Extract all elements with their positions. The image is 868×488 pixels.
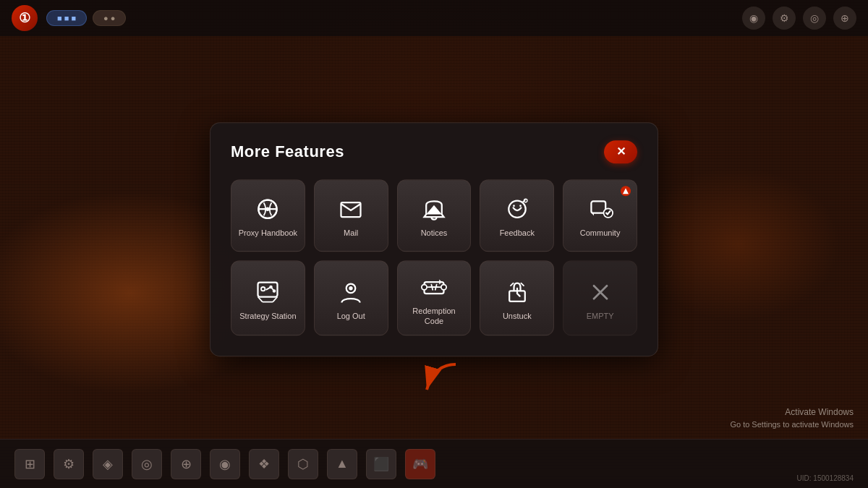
svg-point-23 <box>422 284 427 289</box>
modal-close-button[interactable]: ✕ <box>604 140 637 163</box>
taskbar-item-11[interactable]: 🎮 <box>405 449 435 479</box>
grid-item-proxy-handbook[interactable]: Proxy Handbook <box>231 179 305 252</box>
taskbar-icon-9: ▲ <box>327 449 357 479</box>
taskbar-icon-gear: ⚙ <box>54 449 84 479</box>
unstuck-icon <box>504 279 530 305</box>
modal-header: More Features ✕ <box>231 140 637 163</box>
taskbar-icon-7: ❖ <box>249 449 279 479</box>
logout-icon <box>338 279 364 305</box>
grid-item-unstuck[interactable]: Unstuck <box>480 260 554 336</box>
grid-item-redemption-code[interactable]: Redemption Code <box>397 260 472 336</box>
notification-badge <box>621 186 631 196</box>
grid-item-mail[interactable]: Mail <box>314 179 388 252</box>
taskbar-icon-10: ⬛ <box>366 449 396 479</box>
grid-label-unstuck: Unstuck <box>503 311 532 321</box>
svg-marker-25 <box>439 279 442 284</box>
taskbar-item-10[interactable]: ⬛ <box>366 449 396 479</box>
grid-item-strategy-station[interactable]: Strategy Station <box>231 260 305 336</box>
top-pill-2: ● ● <box>93 10 126 26</box>
top-bar-center: ■ ■ ■ ● ● <box>46 10 733 26</box>
top-logo: ① <box>12 5 38 31</box>
taskbar-item-4[interactable]: ◎ <box>132 449 162 479</box>
svg-point-16 <box>261 287 265 291</box>
taskbar-icon-4: ◎ <box>132 449 162 479</box>
taskbar-icon-5: ⊕ <box>171 449 201 479</box>
grid-label-feedback: Feedback <box>500 228 535 239</box>
windows-activate-notice: Activate Windows Go to Settings to activ… <box>730 406 854 431</box>
topbar-icon-1[interactable]: ◉ <box>742 7 765 30</box>
grid-label-mail: Mail <box>344 228 358 239</box>
strategy-icon <box>255 279 281 305</box>
proxy-icon <box>255 197 281 223</box>
svg-point-18 <box>273 289 276 293</box>
grid-label-notices: Notices <box>421 228 448 239</box>
uid-label: UID: 1500128834 <box>797 474 854 482</box>
topbar-icon-2[interactable]: ⚙ <box>773 7 796 30</box>
logo-text: ① <box>19 10 30 26</box>
svg-point-7 <box>519 205 522 207</box>
win-activate-title: Activate Windows <box>730 406 854 419</box>
grid-label-empty: EMPTY <box>587 311 614 321</box>
grid-item-community[interactable]: Community <box>563 179 637 252</box>
win-activate-subtitle: Go to Settings to activate Windows <box>730 419 854 431</box>
grid-label-redemption-code: Redemption Code <box>404 306 465 327</box>
svg-point-6 <box>513 205 515 207</box>
svg-line-27 <box>511 283 514 286</box>
taskbar-icon-11: 🎮 <box>405 449 435 479</box>
close-icon: ✕ <box>616 145 626 158</box>
svg-line-28 <box>521 283 524 286</box>
empty-icon <box>587 279 613 305</box>
grid-item-empty: EMPTY <box>563 260 637 336</box>
modal-title: More Features <box>231 142 344 161</box>
svg-point-20 <box>349 286 352 290</box>
topbar-icon-3[interactable]: ◎ <box>803 7 826 30</box>
svg-point-5 <box>509 201 525 218</box>
grid-item-notices[interactable]: Notices <box>397 179 472 252</box>
more-features-modal: More Features ✕ Proxy HandbookMailNotice… <box>210 122 658 357</box>
taskbar-item-8[interactable]: ⬡ <box>288 449 318 479</box>
taskbar-item-6[interactable]: ◉ <box>210 449 240 479</box>
grid-item-feedback[interactable]: Feedback <box>480 179 554 252</box>
taskbar-item-7[interactable]: ❖ <box>249 449 279 479</box>
redemption-icon <box>421 274 447 300</box>
notices-icon <box>421 197 447 223</box>
top-bar-right: ◉ ⚙ ◎ ⊕ <box>742 7 856 30</box>
svg-point-8 <box>524 200 527 203</box>
community-icon <box>587 197 613 223</box>
grid-label-proxy-handbook: Proxy Handbook <box>239 228 297 239</box>
taskbar-item-2[interactable]: ⚙ <box>54 449 84 479</box>
taskbar-icon-3: ◈ <box>93 449 123 479</box>
svg-marker-9 <box>623 188 629 194</box>
mail-icon <box>338 197 364 223</box>
taskbar-icon-8: ⬡ <box>288 449 318 479</box>
taskbar-item-3[interactable]: ◈ <box>93 449 123 479</box>
taskbar-icon-home: ⊞ <box>14 449 45 479</box>
svg-point-17 <box>270 285 273 288</box>
taskbar-item-5[interactable]: ⊕ <box>171 449 201 479</box>
features-grid: Proxy HandbookMailNoticesFeedbackCommuni… <box>231 179 637 336</box>
taskbar-icon-6: ◉ <box>210 449 240 479</box>
arrow-indicator <box>420 361 463 403</box>
grid-label-strategy-station: Strategy Station <box>239 311 296 321</box>
taskbar-item-1[interactable]: ⊞ <box>14 449 45 479</box>
grid-label-log-out: Log Out <box>337 311 365 321</box>
svg-marker-4 <box>426 205 442 215</box>
taskbar: ⊞ ⚙ ◈ ◎ ⊕ ◉ ❖ ⬡ ▲ ⬛ 🎮 <box>0 439 868 488</box>
top-bar: ① ■ ■ ■ ● ● ◉ ⚙ ◎ ⊕ <box>0 0 868 36</box>
top-pill-1: ■ ■ ■ <box>46 10 87 26</box>
grid-label-community: Community <box>580 228 621 239</box>
grid-item-log-out[interactable]: Log Out <box>314 260 388 336</box>
taskbar-item-9[interactable]: ▲ <box>327 449 357 479</box>
svg-point-24 <box>441 284 446 289</box>
svg-point-2 <box>266 207 270 211</box>
topbar-icon-4[interactable]: ⊕ <box>833 7 856 30</box>
feedback-icon <box>504 197 530 223</box>
